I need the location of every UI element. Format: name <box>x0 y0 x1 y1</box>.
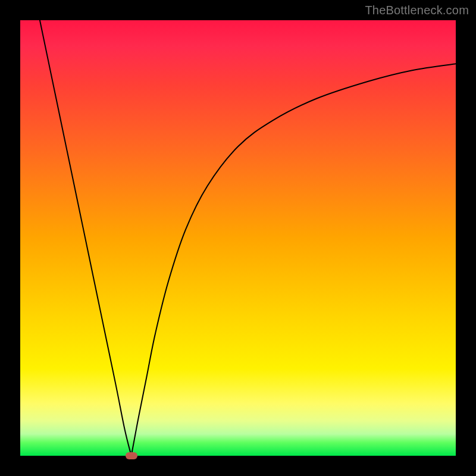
chart-frame: TheBottleneck.com <box>0 0 476 476</box>
min-marker <box>126 452 137 459</box>
curve-path <box>40 20 456 456</box>
watermark-text: TheBottleneck.com <box>365 4 469 17</box>
bottleneck-curve <box>20 20 456 456</box>
plot-area <box>20 20 456 456</box>
